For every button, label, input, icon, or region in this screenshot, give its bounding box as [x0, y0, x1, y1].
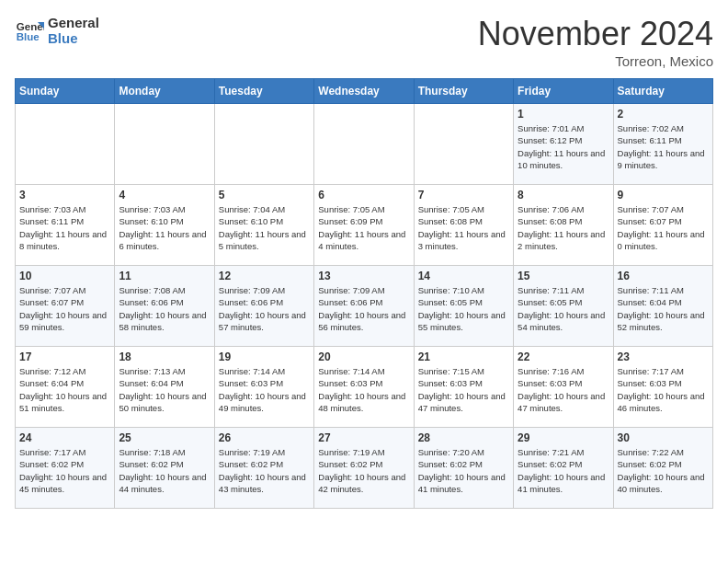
- day-number: 20: [318, 350, 409, 363]
- day-info: Sunrise: 7:18 AM Sunset: 6:02 PM Dayligh…: [119, 446, 210, 495]
- day-info: Sunrise: 7:08 AM Sunset: 6:06 PM Dayligh…: [119, 284, 210, 333]
- day-number: 22: [518, 350, 609, 363]
- calendar-cell: 17Sunrise: 7:12 AM Sunset: 6:04 PM Dayli…: [16, 347, 115, 428]
- calendar-cell: 22Sunrise: 7:16 AM Sunset: 6:03 PM Dayli…: [514, 347, 613, 428]
- day-info: Sunrise: 7:17 AM Sunset: 6:03 PM Dayligh…: [618, 365, 709, 414]
- day-info: Sunrise: 7:11 AM Sunset: 6:04 PM Dayligh…: [618, 284, 709, 333]
- day-number: 28: [418, 431, 509, 444]
- day-info: Sunrise: 7:14 AM Sunset: 6:03 PM Dayligh…: [318, 365, 409, 414]
- day-info: Sunrise: 7:03 AM Sunset: 6:10 PM Dayligh…: [119, 203, 210, 252]
- day-info: Sunrise: 7:03 AM Sunset: 6:11 PM Dayligh…: [19, 203, 110, 252]
- day-info: Sunrise: 7:12 AM Sunset: 6:04 PM Dayligh…: [19, 365, 110, 414]
- day-number: 1: [518, 108, 609, 121]
- day-info: Sunrise: 7:16 AM Sunset: 6:03 PM Dayligh…: [518, 365, 609, 414]
- calendar-cell: 5Sunrise: 7:04 AM Sunset: 6:10 PM Daylig…: [214, 185, 313, 266]
- calendar-header: SundayMondayTuesdayWednesdayThursdayFrid…: [16, 79, 713, 104]
- day-info: Sunrise: 7:09 AM Sunset: 6:06 PM Dayligh…: [219, 284, 310, 333]
- day-info: Sunrise: 7:19 AM Sunset: 6:02 PM Dayligh…: [318, 446, 409, 495]
- header-tuesday: Tuesday: [214, 79, 313, 104]
- calendar-cell: [115, 104, 214, 185]
- day-number: 21: [418, 350, 509, 363]
- calendar-cell: 15Sunrise: 7:11 AM Sunset: 6:05 PM Dayli…: [514, 266, 613, 347]
- day-info: Sunrise: 7:05 AM Sunset: 6:09 PM Dayligh…: [318, 203, 409, 252]
- logo: General Blue General Blue: [15, 15, 99, 46]
- day-number: 3: [19, 189, 110, 201]
- calendar-cell: 29Sunrise: 7:21 AM Sunset: 6:02 PM Dayli…: [514, 428, 613, 509]
- day-info: Sunrise: 7:01 AM Sunset: 6:12 PM Dayligh…: [518, 122, 609, 171]
- calendar-cell: [214, 104, 313, 185]
- day-number: 19: [219, 350, 310, 363]
- calendar-cell: 14Sunrise: 7:10 AM Sunset: 6:05 PM Dayli…: [414, 266, 513, 347]
- calendar-cell: 19Sunrise: 7:14 AM Sunset: 6:03 PM Dayli…: [214, 347, 313, 428]
- day-number: 5: [219, 189, 310, 201]
- calendar-cell: 13Sunrise: 7:09 AM Sunset: 6:06 PM Dayli…: [314, 266, 414, 347]
- day-number: 25: [119, 431, 210, 444]
- calendar-cell: 1Sunrise: 7:01 AM Sunset: 6:12 PM Daylig…: [514, 104, 613, 185]
- day-info: Sunrise: 7:17 AM Sunset: 6:02 PM Dayligh…: [19, 446, 110, 495]
- week-row-4: 24Sunrise: 7:17 AM Sunset: 6:02 PM Dayli…: [16, 428, 713, 509]
- day-info: Sunrise: 7:02 AM Sunset: 6:11 PM Dayligh…: [618, 122, 709, 171]
- header-row: SundayMondayTuesdayWednesdayThursdayFrid…: [16, 79, 713, 104]
- header-wednesday: Wednesday: [314, 79, 414, 104]
- calendar-cell: [314, 104, 414, 185]
- calendar-cell: 21Sunrise: 7:15 AM Sunset: 6:03 PM Dayli…: [414, 347, 513, 428]
- day-info: Sunrise: 7:07 AM Sunset: 6:07 PM Dayligh…: [19, 284, 110, 333]
- calendar-cell: 10Sunrise: 7:07 AM Sunset: 6:07 PM Dayli…: [16, 266, 115, 347]
- day-number: 23: [618, 350, 709, 363]
- day-number: 6: [318, 189, 409, 201]
- logo-line2: Blue: [48, 30, 99, 46]
- day-number: 12: [219, 270, 310, 282]
- month-title: November 2024: [478, 15, 713, 53]
- day-number: 13: [318, 270, 409, 282]
- day-info: Sunrise: 7:09 AM Sunset: 6:06 PM Dayligh…: [318, 284, 409, 333]
- header-thursday: Thursday: [414, 79, 513, 104]
- calendar-cell: 23Sunrise: 7:17 AM Sunset: 6:03 PM Dayli…: [613, 347, 712, 428]
- day-number: 29: [518, 431, 609, 444]
- calendar-cell: 7Sunrise: 7:05 AM Sunset: 6:08 PM Daylig…: [414, 185, 513, 266]
- header-sunday: Sunday: [16, 79, 115, 104]
- day-number: 30: [618, 431, 709, 444]
- day-info: Sunrise: 7:21 AM Sunset: 6:02 PM Dayligh…: [518, 446, 609, 495]
- logo-line1: General: [48, 15, 99, 30]
- day-number: 15: [518, 270, 609, 282]
- week-row-2: 10Sunrise: 7:07 AM Sunset: 6:07 PM Dayli…: [16, 266, 713, 347]
- logo-icon: General Blue: [15, 16, 44, 45]
- calendar-cell: [16, 104, 115, 185]
- calendar-cell: 9Sunrise: 7:07 AM Sunset: 6:07 PM Daylig…: [613, 185, 712, 266]
- calendar-cell: 8Sunrise: 7:06 AM Sunset: 6:08 PM Daylig…: [514, 185, 613, 266]
- calendar-cell: 6Sunrise: 7:05 AM Sunset: 6:09 PM Daylig…: [314, 185, 414, 266]
- day-info: Sunrise: 7:10 AM Sunset: 6:05 PM Dayligh…: [418, 284, 509, 333]
- title-block: November 2024 Torreon, Mexico: [478, 15, 713, 69]
- day-number: 2: [618, 108, 709, 121]
- header-saturday: Saturday: [613, 79, 712, 104]
- header-monday: Monday: [115, 79, 214, 104]
- day-number: 9: [618, 189, 709, 201]
- day-info: Sunrise: 7:07 AM Sunset: 6:07 PM Dayligh…: [618, 203, 709, 252]
- calendar-cell: 18Sunrise: 7:13 AM Sunset: 6:04 PM Dayli…: [115, 347, 214, 428]
- day-number: 18: [119, 350, 210, 363]
- calendar-cell: 12Sunrise: 7:09 AM Sunset: 6:06 PM Dayli…: [214, 266, 313, 347]
- svg-text:Blue: Blue: [17, 31, 40, 42]
- day-info: Sunrise: 7:13 AM Sunset: 6:04 PM Dayligh…: [119, 365, 210, 414]
- calendar-cell: 24Sunrise: 7:17 AM Sunset: 6:02 PM Dayli…: [16, 428, 115, 509]
- day-number: 24: [19, 431, 110, 444]
- calendar-cell: 4Sunrise: 7:03 AM Sunset: 6:10 PM Daylig…: [115, 185, 214, 266]
- calendar-table: SundayMondayTuesdayWednesdayThursdayFrid…: [15, 78, 713, 509]
- day-number: 11: [119, 270, 210, 282]
- day-number: 16: [618, 270, 709, 282]
- day-number: 26: [219, 431, 310, 444]
- calendar-cell: [414, 104, 513, 185]
- day-info: Sunrise: 7:04 AM Sunset: 6:10 PM Dayligh…: [219, 203, 310, 252]
- day-info: Sunrise: 7:20 AM Sunset: 6:02 PM Dayligh…: [418, 446, 509, 495]
- day-number: 7: [418, 189, 509, 201]
- day-number: 27: [318, 431, 409, 444]
- day-info: Sunrise: 7:22 AM Sunset: 6:02 PM Dayligh…: [618, 446, 709, 495]
- day-number: 17: [19, 350, 110, 363]
- calendar-cell: 26Sunrise: 7:19 AM Sunset: 6:02 PM Dayli…: [214, 428, 313, 509]
- day-number: 14: [418, 270, 509, 282]
- day-number: 8: [518, 189, 609, 201]
- location: Torreon, Mexico: [478, 53, 713, 69]
- week-row-1: 3Sunrise: 7:03 AM Sunset: 6:11 PM Daylig…: [16, 185, 713, 266]
- week-row-0: 1Sunrise: 7:01 AM Sunset: 6:12 PM Daylig…: [16, 104, 713, 185]
- day-info: Sunrise: 7:06 AM Sunset: 6:08 PM Dayligh…: [518, 203, 609, 252]
